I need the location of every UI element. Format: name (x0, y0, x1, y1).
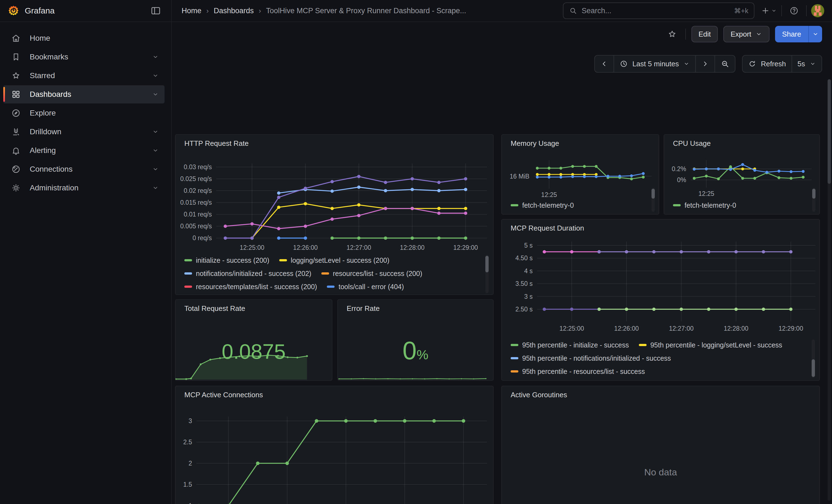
legend-item[interactable]: logging/setLevel - success (200) (279, 257, 390, 264)
chevron-down-icon (152, 128, 159, 135)
edit-button[interactable]: Edit (692, 26, 718, 43)
legend-item[interactable]: 95th percentile - initialize - success (511, 341, 629, 349)
memory-usage-chart[interactable]: 16 MiB12:25 (502, 149, 659, 202)
zoom-out-button[interactable] (714, 56, 735, 72)
refresh-label: Refresh (761, 60, 786, 68)
star-favorite-button[interactable] (665, 26, 680, 42)
panel-title[interactable]: Memory Usage (511, 139, 559, 148)
plus-icon (761, 6, 770, 15)
grafana-logo[interactable] (8, 5, 19, 17)
legend-scrollbar[interactable] (812, 188, 815, 212)
share-dropdown-button[interactable] (808, 26, 822, 43)
panel-memory-usage: Memory Usage 16 MiB12:25 fetch-telemetry… (501, 134, 659, 215)
legend-scrollbar-thumb[interactable] (812, 189, 815, 198)
chevron-down-icon (152, 72, 159, 79)
help-button[interactable] (786, 3, 802, 19)
bell-icon (11, 145, 21, 155)
top-bar: Grafana Home › Dashboards › ToolHive MCP… (0, 0, 832, 22)
sidebar-item-starred[interactable]: Starred (3, 67, 164, 85)
cpu-usage-chart[interactable]: 0.2%0%12:25 (664, 149, 820, 202)
time-shift-back-button[interactable] (595, 56, 614, 72)
legend-item[interactable]: tools/call - error (404) (327, 283, 404, 291)
error-rate-value: 0% (338, 336, 493, 365)
svg-text:16 MiB: 16 MiB (510, 173, 529, 180)
breadcrumb-dashboards[interactable]: Dashboards (214, 7, 254, 15)
legend-item[interactable]: 95th percentile - resources/list - succe… (511, 368, 645, 375)
breadcrumb-separator: › (259, 7, 261, 15)
series-color-chip (673, 204, 681, 206)
user-avatar[interactable] (811, 4, 824, 17)
svg-text:1: 1 (188, 502, 192, 504)
search-icon (569, 7, 577, 15)
panel-http-request-rate: HTTP Request Rate 0 req/s0.005 req/s0.01… (175, 134, 494, 295)
sidebar-item-label: Dashboards (30, 90, 71, 99)
panel-title[interactable]: Active Goroutines (511, 391, 567, 399)
legend-item[interactable]: notifications/initialized - success (202… (184, 270, 311, 277)
legend-scrollbar[interactable] (812, 340, 815, 378)
legend-scrollbar-thumb[interactable] (812, 359, 815, 377)
mcp-request-duration-chart[interactable]: 5 s4.50 s4 s3.50 s3 s2.50 s12:25:0012:26… (502, 219, 820, 333)
legend-scrollbar-thumb[interactable] (651, 189, 655, 198)
sidebar-item-label: Starred (30, 71, 55, 80)
chevron-down-icon (152, 166, 159, 173)
panel-total-request-rate: Total Request Rate 0.0875 (175, 299, 332, 381)
legend-item[interactable]: 95th percentile - notifications/initiali… (511, 354, 671, 362)
export-button[interactable]: Export (723, 26, 769, 43)
bookmark-icon (11, 52, 21, 62)
legend-item[interactable]: initialize - success (200) (184, 257, 269, 264)
refresh-interval-picker[interactable]: 5s (791, 56, 822, 72)
page-scrollbar-thumb[interactable] (828, 79, 831, 184)
legend-item[interactable]: fetch-telemetry-0 (511, 202, 574, 209)
svg-text:12:28:00: 12:28:00 (724, 325, 749, 332)
add-new-button[interactable] (761, 3, 777, 19)
legend-scrollbar[interactable] (651, 188, 655, 212)
divider (685, 29, 686, 39)
time-shift-forward-button[interactable] (695, 56, 714, 72)
time-range-picker[interactable]: Last 5 minutes (614, 56, 695, 72)
svg-text:12:29:00: 12:29:00 (779, 325, 803, 332)
plug-icon (11, 164, 21, 174)
panel-mcp-active-connections: MCP Active Connections 11.522.5312:25:00… (175, 386, 494, 504)
panel-title[interactable]: CPU Usage (673, 139, 711, 148)
star-icon (11, 71, 21, 81)
svg-text:12:25:00: 12:25:00 (240, 244, 264, 251)
breadcrumb-separator: › (206, 7, 209, 15)
legend-scrollbar-thumb[interactable] (485, 256, 489, 272)
sidebar-item-bookmarks[interactable]: Bookmarks (3, 48, 164, 66)
legend-item[interactable]: fetch-telemetry-0 (673, 202, 736, 209)
refresh-button[interactable]: Refresh (743, 56, 791, 72)
search-placeholder: Search... (582, 7, 612, 15)
legend-item[interactable]: resources/list - success (200) (321, 270, 422, 277)
legend-item[interactable]: 95th percentile - logging/setLevel - suc… (639, 341, 782, 349)
svg-text:12:26:00: 12:26:00 (614, 325, 639, 332)
legend-item[interactable]: 95th percentile - resources/templates/li… (511, 381, 677, 381)
chevron-down-icon (152, 184, 159, 191)
search-input[interactable]: Search... ⌘+k (563, 2, 754, 19)
mcp-active-connections-chart[interactable]: 11.522.5312:25:0012:26:0012:27:0012:28:0… (176, 386, 494, 504)
share-button[interactable]: Share (775, 26, 808, 43)
legend-item[interactable]: resources/templates/list - success (200) (184, 283, 317, 291)
svg-text:0%: 0% (677, 176, 686, 184)
page-scrollbar[interactable] (828, 79, 831, 501)
sidebar-item-alerting[interactable]: Alerting (3, 141, 164, 160)
svg-text:0.025 req/s: 0.025 req/s (180, 175, 212, 182)
breadcrumb-home[interactable]: Home (182, 7, 201, 15)
svg-text:1.5: 1.5 (183, 481, 192, 488)
legend-scrollbar[interactable] (485, 255, 489, 293)
sidebar-toggle-icon[interactable] (148, 3, 163, 19)
sidebar-item-dashboards[interactable]: Dashboards (3, 85, 164, 103)
error-rate-unit: % (417, 347, 428, 362)
series-color-chip (511, 370, 518, 372)
http-request-rate-chart[interactable]: 0 req/s0.005 req/s0.01 req/s0.015 req/s0… (176, 135, 494, 251)
sidebar-item-connections[interactable]: Connections (3, 160, 164, 178)
series-color-chip (511, 357, 518, 359)
drilldown-icon (11, 127, 21, 137)
chevron-down-icon (152, 147, 159, 154)
sidebar-item-home[interactable]: Home (3, 29, 164, 47)
sidebar-item-label: Home (30, 34, 50, 43)
sidebar-item-explore[interactable]: Explore (3, 104, 164, 122)
sidebar-item-drilldown[interactable]: Drilldown (3, 123, 164, 141)
compass-icon (11, 108, 21, 118)
sidebar-item-administration[interactable]: Administration (3, 179, 164, 197)
chevron-down-icon (809, 60, 816, 67)
